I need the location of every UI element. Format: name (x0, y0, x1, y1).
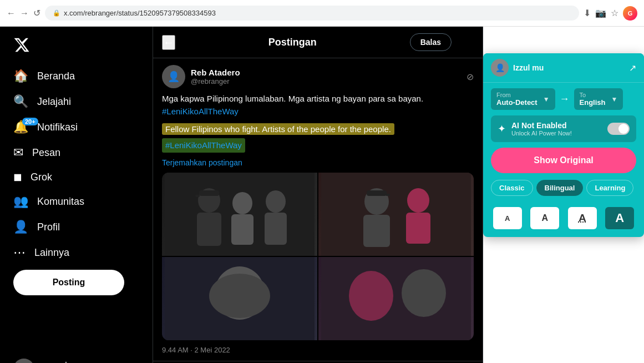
tweet-hashtag1[interactable]: #LeniKikoAllTheWay (162, 107, 239, 116)
svg-rect-2 (197, 213, 221, 246)
font-size-large-button[interactable]: A (568, 207, 597, 229)
notification-badge: 20+ (22, 118, 38, 125)
browser-reload-button[interactable]: ↺ (33, 8, 40, 18)
svg-rect-13 (406, 213, 430, 244)
browser-bar: ← → ↺ 🔒 x.com/rebranger/status/152095737… (0, 0, 644, 27)
sidebar-item-notifikasi[interactable]: 🔔 Notifikasi 20+ (7, 114, 146, 140)
svg-rect-4 (231, 214, 253, 245)
svg-point-3 (232, 192, 252, 214)
to-language-selector[interactable]: To English ▼ (574, 88, 623, 110)
back-button[interactable]: ← (162, 35, 175, 50)
browser-back-button[interactable]: ← (7, 8, 16, 18)
tweet-image-4-svg (318, 257, 474, 340)
sidebar-label-komunitas: Komunitas (37, 196, 84, 208)
browser-icons: ⬇ 📷 ☆ G (584, 6, 637, 21)
svg-rect-15 (386, 194, 390, 196)
tweet-image-3[interactable] (162, 257, 317, 340)
grok-icon: ◼ (13, 171, 22, 183)
font-size-medium-button[interactable]: A (530, 207, 559, 229)
svg-point-20 (349, 271, 393, 321)
ai-sparkle-icon: ✦ (498, 123, 506, 135)
tweet-text-line1: Mga kapwa Pilipinong lumalaban. Mga arti… (162, 94, 423, 103)
right-panel: 👤 Izzul mu ↗ From Auto-Detect ▼ → (483, 27, 644, 363)
svg-rect-7 (199, 190, 219, 196)
reply-button[interactable]: Balas (410, 33, 452, 51)
from-label: From (496, 92, 537, 98)
tweet-timestamp: 9.44 AM · 2 Mei 2022 (162, 346, 474, 354)
lang-arrow-icon: → (560, 93, 570, 105)
x-logo-icon (13, 37, 30, 53)
sidebar-label-pesan: Pesan (32, 147, 60, 159)
sidebar-item-komunitas[interactable]: 👥 Komunitas (7, 189, 146, 214)
font-size-row: A A A A (483, 203, 644, 237)
sidebar-item-jelajahi[interactable]: 🔍 Jelajahi (7, 89, 146, 114)
tweet-author-avatar[interactable]: 👤 (162, 65, 185, 88)
bilingual-mode-tab[interactable]: Bilingual (536, 180, 584, 196)
tweet-author-handle: @rebranger (191, 77, 240, 85)
font-size-xlarge-button[interactable]: A (605, 207, 634, 229)
tweet-author-info: Reb Atadero @rebranger (191, 68, 240, 85)
svg-rect-19 (321, 257, 471, 340)
ai-text-block: AI Not Enabled Unlock AI Power Now! (511, 121, 602, 137)
tweet-image-4[interactable] (318, 257, 474, 340)
translation-popup: 👤 Izzul mu ↗ From Auto-Detect ▼ → (483, 53, 644, 237)
sidebar-user-avatar: 👤 (13, 359, 34, 363)
tweet-image-1[interactable] (162, 173, 317, 256)
sidebar-item-profil[interactable]: 👤 Profil (7, 214, 146, 240)
browser-url-bar[interactable]: 🔒 x.com/rebranger/status/152095737950833… (45, 6, 579, 21)
show-original-button[interactable]: Show Original (491, 148, 636, 173)
sidebar-logo[interactable] (7, 31, 146, 61)
font-size-small-button[interactable]: A (493, 207, 522, 229)
tweet-image-1-svg (162, 173, 317, 256)
translate-link[interactable]: Terjemahkan postingan (162, 158, 474, 167)
svg-point-12 (407, 188, 429, 213)
star-icon[interactable]: ☆ (611, 8, 618, 18)
sidebar-label-profil: Profil (37, 221, 60, 233)
screenshot-icon[interactable]: 📷 (595, 8, 606, 18)
post-button[interactable]: Posting (13, 270, 124, 295)
from-value: Auto-Detect (496, 98, 537, 107)
tweet-translated-hashtag2[interactable]: #LeniKikoAllTheWay (162, 138, 245, 153)
ai-toggle[interactable] (607, 123, 630, 135)
to-value: English (580, 98, 606, 107)
community-icon: 👥 (13, 194, 28, 209)
svg-rect-6 (265, 213, 287, 245)
tweet-image-2[interactable] (318, 173, 474, 256)
profile-icon: 👤 (13, 220, 28, 234)
popup-user-avatar: 👤 (491, 59, 509, 77)
svg-point-18 (209, 274, 270, 318)
from-language-selector[interactable]: From Auto-Detect ▼ (491, 88, 555, 110)
sidebar-label-notifikasi: Notifikasi (37, 122, 78, 133)
popup-header: 👤 Izzul mu ↗ (483, 53, 644, 83)
ai-toggle-knob (618, 124, 628, 134)
tweet-translated-line1: Fellow Filipinos who fight. Artists of t… (162, 123, 394, 135)
svg-rect-11 (363, 215, 390, 247)
page-title: Postingan (184, 37, 401, 48)
browser-profile-avatar[interactable]: G (623, 6, 637, 21)
tweet-author-name: Reb Atadero (191, 68, 240, 77)
download-icon[interactable]: ⬇ (584, 8, 591, 18)
sidebar-item-beranda[interactable]: 🏠 Beranda (7, 63, 146, 89)
learning-mode-tab[interactable]: Learning (586, 180, 633, 196)
sidebar-item-lainnya[interactable]: ⋯ Lainnya (7, 240, 146, 265)
sidebar-label-grok: Grok (31, 172, 52, 183)
app-wrapper: ← → ↺ 🔒 x.com/rebranger/status/152095737… (0, 0, 644, 363)
mail-icon: ✉ (13, 145, 23, 160)
classic-mode-tab[interactable]: Classic (491, 180, 533, 196)
main-header: ← Postingan Balas (153, 27, 483, 58)
from-chevron-icon: ▼ (543, 95, 550, 103)
svg-rect-9 (321, 173, 471, 256)
sidebar-footer[interactable]: 👤 manusiaaa @manuusiijaa ··· (7, 353, 146, 363)
tweet-image-2-svg (318, 173, 474, 256)
tweet-author-row: 👤 Reb Atadero @rebranger ⊘ (162, 65, 474, 88)
share-icon[interactable]: ↗ (629, 63, 636, 73)
lock-icon: 🔒 (53, 9, 60, 17)
search-icon: 🔍 (13, 94, 28, 109)
ai-toggle-row: ✦ AI Not Enabled Unlock AI Power Now! (491, 115, 636, 142)
popup-mode-tabs: Classic Bilingual Learning (483, 180, 644, 203)
sidebar-user-name: manusiaaa (40, 361, 86, 364)
sidebar-item-pesan[interactable]: ✉ Pesan (7, 140, 146, 165)
browser-forward-button[interactable]: → (20, 8, 29, 18)
tweet-container: 👤 Reb Atadero @rebranger ⊘ Mga kapwa Pil… (153, 58, 483, 361)
sidebar-item-grok[interactable]: ◼ Grok (7, 165, 146, 189)
